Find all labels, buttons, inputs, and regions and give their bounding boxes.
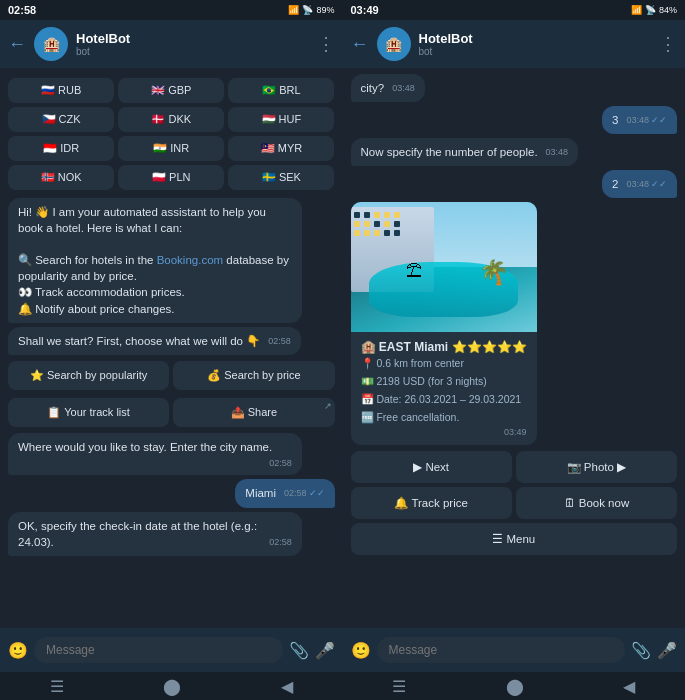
share-button[interactable]: 📤 Share ↗ xyxy=(173,398,334,427)
right-input-bar: 🙂 📎 🎤 xyxy=(343,628,686,672)
building-window xyxy=(394,230,400,236)
reply-3-text: 3 xyxy=(612,114,618,126)
photo-button[interactable]: 📷 Photo ▶ xyxy=(516,451,677,483)
question-time: 02:58 xyxy=(269,457,292,470)
currency-btn-myr[interactable]: 🇲🇾 MYR xyxy=(228,136,334,161)
left-emoji-icon[interactable]: 🙂 xyxy=(8,641,28,660)
right-back-button[interactable]: ← xyxy=(351,34,369,55)
hotel-pool-image: ⛱ 🌴 xyxy=(351,202,537,332)
left-bot-sub: bot xyxy=(76,46,309,57)
right-battery-icon: 84% xyxy=(659,5,677,15)
hotel-price: 💵 2198 USD (for 3 nights) xyxy=(361,374,527,390)
left-status-icons: 📶 📡 89% xyxy=(288,5,334,15)
reply-2-text: 2 xyxy=(612,178,618,190)
hotel-name: 🏨 EAST Miami ⭐⭐⭐⭐⭐ xyxy=(361,340,527,354)
right-wifi-icon: 📶 xyxy=(631,5,642,15)
people-question-time: 03:48 xyxy=(546,146,569,159)
right-nav-home-icon[interactable]: ⬤ xyxy=(506,677,524,696)
right-nav-bar: ☰ ⬤ ◀ xyxy=(343,672,686,700)
right-mic-icon[interactable]: 🎤 xyxy=(657,641,677,660)
palm-tree-icon: 🌴 xyxy=(477,258,509,289)
reply-3-message: 3 03:48 ✓✓ xyxy=(602,106,677,134)
intro-message: Hi! 👋 I am your automated assistant to h… xyxy=(8,198,302,323)
user-reply-time: 02:58 ✓✓ xyxy=(284,487,325,500)
currency-btn-huf[interactable]: 🇭🇺 HUF xyxy=(228,107,334,132)
left-header-info: HotelBot bot xyxy=(76,31,309,57)
currency-btn-dkk[interactable]: 🇩🇰 DKK xyxy=(118,107,224,132)
building-window xyxy=(374,221,380,227)
left-message-input[interactable] xyxy=(34,637,283,663)
reply-3-check-icon: ✓✓ xyxy=(651,114,667,127)
right-nav-bars-icon[interactable]: ☰ xyxy=(392,677,406,696)
left-nav-back-icon[interactable]: ◀ xyxy=(281,677,293,696)
book-now-button[interactable]: 🗓 Book now xyxy=(516,487,677,519)
followup-message: OK, specify the check-in date at the hot… xyxy=(8,512,302,556)
share-arrow-icon: ↗ xyxy=(324,401,332,411)
left-time: 02:58 xyxy=(8,4,36,16)
building-window xyxy=(364,230,370,236)
reply-2-check-icon: ✓✓ xyxy=(651,178,667,191)
action-row-2: 📋 Your track list 📤 Share ↗ xyxy=(8,398,335,427)
track-price-button[interactable]: 🔔 Track price xyxy=(351,487,512,519)
double-check-icon: ✓✓ xyxy=(309,487,325,500)
left-status-bar: 02:58 📶 📡 89% xyxy=(0,0,343,20)
right-bot-sub: bot xyxy=(419,46,652,57)
people-question-text: Now specify the number of people. xyxy=(361,146,538,158)
right-bot-avatar: 🏨 xyxy=(377,27,411,61)
building-window xyxy=(384,212,390,218)
building-window xyxy=(384,230,390,236)
left-panel: 02:58 📶 📡 89% ← 🏨 HotelBot bot ⋮ 🇷🇺 RUB🇬… xyxy=(0,0,343,700)
signal-icon: 📡 xyxy=(302,5,313,15)
right-nav-back-icon[interactable]: ◀ xyxy=(623,677,635,696)
menu-button[interactable]: ☰ Menu xyxy=(351,523,678,555)
city-question-message: city? 03:48 xyxy=(351,74,425,102)
user-reply-miami: Miami 02:58 ✓✓ xyxy=(235,479,334,507)
track-list-button[interactable]: 📋 Your track list xyxy=(8,398,169,427)
left-back-button[interactable]: ← xyxy=(8,34,26,55)
search-popularity-button[interactable]: ⭐ Search by popularity xyxy=(8,361,169,390)
right-emoji-icon[interactable]: 🙂 xyxy=(351,641,371,660)
question-text: Where would you like to stay. Enter the … xyxy=(18,441,272,453)
left-bot-name: HotelBot xyxy=(76,31,309,46)
right-more-button[interactable]: ⋮ xyxy=(659,33,677,55)
search-price-button[interactable]: 💰 Search by price xyxy=(173,361,334,390)
building-window xyxy=(394,221,400,227)
building-window xyxy=(354,221,360,227)
left-input-bar: 🙂 📎 🎤 xyxy=(0,628,343,672)
hotel-card: ⛱ 🌴 🏨 EAST Miami ⭐⭐⭐⭐⭐ 📍 0.6 km from cen… xyxy=(351,202,537,445)
right-status-icons: 📶 📡 84% xyxy=(631,5,677,15)
left-attach-icon[interactable]: 📎 xyxy=(289,641,309,660)
cta-message: Shall we start? First, choose what we wi… xyxy=(8,327,301,355)
currency-btn-idr[interactable]: 🇮🇩 IDR xyxy=(8,136,114,161)
left-mic-icon[interactable]: 🎤 xyxy=(315,641,335,660)
currency-btn-czk[interactable]: 🇨🇿 CZK xyxy=(8,107,114,132)
left-nav-bars-icon[interactable]: ☰ xyxy=(50,677,64,696)
next-button[interactable]: ▶ Next xyxy=(351,451,512,483)
wifi-icon: 📶 xyxy=(288,5,299,15)
reply-2-time: 03:48 ✓✓ xyxy=(626,178,667,191)
left-more-button[interactable]: ⋮ xyxy=(317,33,335,55)
left-chat-header: ← 🏨 HotelBot bot ⋮ xyxy=(0,20,343,68)
hotel-actions: ▶ Next 📷 Photo ▶ 🔔 Track price 🗓 Book no… xyxy=(351,451,678,555)
building-window xyxy=(384,221,390,227)
currency-btn-rub[interactable]: 🇷🇺 RUB xyxy=(8,78,114,103)
right-header-info: HotelBot bot xyxy=(419,31,652,57)
currency-btn-pln[interactable]: 🇵🇱 PLN xyxy=(118,165,224,190)
right-status-bar: 03:49 📶 📡 84% xyxy=(343,0,686,20)
left-nav-home-icon[interactable]: ⬤ xyxy=(163,677,181,696)
followup-time: 02:58 xyxy=(269,536,292,549)
right-chat-area: city? 03:48 3 03:48 ✓✓ Now specify the n… xyxy=(343,68,686,628)
currency-btn-brl[interactable]: 🇧🇷 BRL xyxy=(228,78,334,103)
currency-btn-sek[interactable]: 🇸🇪 SEK xyxy=(228,165,334,190)
building-window xyxy=(354,212,360,218)
hotel-card-body: 🏨 EAST Miami ⭐⭐⭐⭐⭐ 📍 0.6 km from center … xyxy=(351,332,537,445)
currency-btn-gbp[interactable]: 🇬🇧 GBP xyxy=(118,78,224,103)
right-attach-icon[interactable]: 📎 xyxy=(631,641,651,660)
building-windows xyxy=(354,212,401,236)
currency-btn-nok[interactable]: 🇳🇴 NOK xyxy=(8,165,114,190)
hotel-distance: 📍 0.6 km from center xyxy=(361,356,527,372)
right-message-input[interactable] xyxy=(377,637,626,663)
action-row-1: ⭐ Search by popularity 💰 Search by price xyxy=(8,361,335,390)
currency-btn-inr[interactable]: 🇮🇳 INR xyxy=(118,136,224,161)
right-panel: 03:49 📶 📡 84% ← 🏨 HotelBot bot ⋮ city? 0… xyxy=(343,0,686,700)
